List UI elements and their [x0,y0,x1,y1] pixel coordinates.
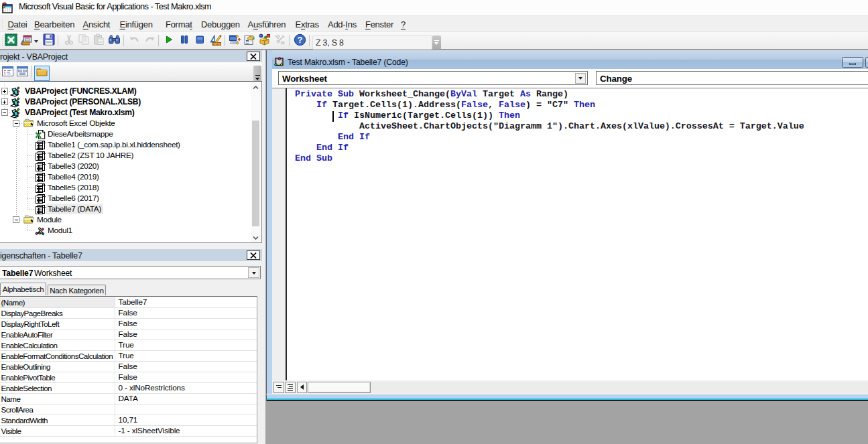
property-row-displayrighttoleft[interactable]: DisplayRightToLeftFalse [0,319,257,329]
property-row-name[interactable]: (Name)Tabelle7 [0,297,257,308]
property-row-enablepivottable[interactable]: EnablePivotTableFalse [0,372,257,383]
property-row-name[interactable]: NameDATA [0,394,257,404]
property-value[interactable]: True [116,340,257,350]
paste-button[interactable] [92,34,105,48]
save-button[interactable] [42,34,56,48]
project-panel-close-button[interactable] [247,52,260,61]
tree-item-label[interactable]: Module [37,214,62,225]
menu-einfgen[interactable]: Einfügen [120,16,153,32]
property-value[interactable] [116,404,257,415]
property-row-visible[interactable]: Visible-1 - xlSheetVisible [0,426,257,437]
undo-button[interactable] [127,34,141,48]
tree-item-label[interactable]: Microsoft Excel Objekte [37,118,115,129]
menu-?[interactable]: ? [401,16,406,32]
menu-debuggen[interactable]: Debuggen [201,16,240,32]
code-window-titlebar[interactable]: Test Makro.xlsm - Tabelle7 (Code) [266,50,868,69]
tree-item-label[interactable]: Tabelle7 (DATA) [46,204,103,214]
design-mode-button[interactable] [208,34,222,48]
tree-item-tabelle4-2019[interactable]: Tabelle4 (2019) [0,171,261,182]
view-object-button[interactable] [17,67,28,78]
property-row-enableselection[interactable]: EnableSelection0 - xlNoRestrictions [0,383,257,394]
property-name[interactable]: Visible [0,426,115,436]
property-name[interactable]: EnableFormatConditionsCalculation [0,351,115,361]
property-row-enableoutlining[interactable]: EnableOutliningFalse [0,362,257,372]
tree-item-tabelle7-data[interactable]: Tabelle7 (DATA) [0,204,261,214]
reset-button[interactable] [193,34,206,48]
properties-window-button[interactable] [243,34,256,48]
code-window-restore-button[interactable] [865,57,868,68]
properties-panel-close-button[interactable] [247,250,260,260]
menubar-grip[interactable] [2,19,4,29]
property-value[interactable]: Tabelle7 [116,297,257,307]
property-name[interactable]: EnablePivotTable [0,372,115,382]
insert-userform-dropdown[interactable] [32,34,40,48]
menu-extras[interactable]: Extras [296,16,319,32]
tree-item-tabelle1-com-sap-ip-bi-xl-hiddensheet[interactable]: Tabelle1 (_com.sap.ip.bi.xl.hiddensheet) [0,139,261,150]
tree-item-module[interactable]: Module [0,214,261,225]
find-button[interactable] [107,34,121,48]
tree-item-vbaproject-personal-xlsb[interactable]: VBAProject (PERSONAL.XLSB) [0,96,261,107]
property-name[interactable]: (Name) [0,297,115,307]
tree-item-tabelle5-2018[interactable]: Tabelle5 (2018) [0,182,261,193]
tree-item-label[interactable]: VBAProject (FUNCRES.XLAM) [25,86,137,96]
scroll-left-button[interactable] [297,382,307,394]
property-row-standardwidth[interactable]: StandardWidth10,71 [0,415,257,426]
collapse-icon[interactable] [13,120,19,127]
tree-item-modul1[interactable]: Modul1 [0,225,261,236]
project-explorer-button[interactable] [228,34,241,48]
property-row-enableautofilter[interactable]: EnableAutoFilterFalse [0,329,257,340]
property-value[interactable]: 0 - xlNoRestrictions [116,383,257,393]
property-value[interactable]: False [116,319,257,329]
object-selector-combo[interactable]: Tabelle7 Worksheet [0,266,261,279]
menu-bearbeiten[interactable]: Bearbeiten [34,16,74,32]
insert-userform-button[interactable] [19,34,32,48]
redo-button[interactable] [143,34,156,48]
object-combo-dropdown-icon[interactable] [575,73,586,84]
property-name[interactable]: DisplayRightToLeft [0,319,115,329]
tree-item-label[interactable]: Tabelle1 (_com.sap.ip.bi.xl.hiddensheet) [48,139,180,150]
procedure-combo[interactable]: Change [596,71,868,85]
expand-icon[interactable] [1,88,8,94]
property-row-displaypagebreaks[interactable]: DisplayPageBreaksFalse [0,308,257,319]
tree-item-vbaproject-test-makro-xlsm[interactable]: VBAProject (Test Makro.xlsm) [0,107,261,118]
toolbox-button[interactable] [273,34,287,48]
tree-item-label[interactable]: Tabelle5 (2018) [48,182,99,193]
horizontal-scrollbar[interactable] [297,382,868,394]
menu-ausfhren[interactable]: Ausführen [248,16,286,32]
tree-item-label[interactable]: Tabelle6 (2017) [48,193,99,204]
tree-item-tabelle3-2020[interactable]: Tabelle3 (2020) [0,161,261,171]
expand-icon[interactable] [1,98,8,105]
tree-item-diesearbeitsmappe[interactable]: DieseArbeitsmappe [0,129,261,139]
property-name[interactable]: EnableSelection [0,383,115,393]
tree-item-label[interactable]: VBAProject (PERSONAL.XLSB) [25,96,141,107]
code-text[interactable]: Private Sub Worksheet_Change(ByVal Targe… [295,89,804,164]
tab-alphabetisch[interactable]: Alphabetisch [0,283,46,295]
property-name[interactable]: ScrollArea [0,404,115,415]
object-browser-button[interactable] [257,34,271,48]
procedure-view-button[interactable] [273,382,284,394]
break-button[interactable] [178,34,191,48]
tab-nach-kategorien[interactable]: Nach Kategorien [48,285,106,295]
full-module-view-button[interactable] [285,382,296,394]
property-value[interactable]: False [116,308,257,318]
code-window-minimize-button[interactable] [842,57,863,68]
property-value[interactable]: DATA [116,394,257,404]
menu-addins[interactable]: Add-Ins [328,16,357,32]
project-toolbar-options-button[interactable] [253,66,261,82]
property-name[interactable]: EnableOutlining [0,362,115,372]
tree-item-microsoft-excel-objekte[interactable]: Microsoft Excel Objekte [0,118,261,129]
property-value[interactable]: 10,71 [116,415,257,425]
properties-panel-titlebar[interactable]: Eigenschaften - Tabelle7 [0,249,262,261]
copy-button[interactable] [77,34,90,48]
tree-item-label[interactable]: VBAProject (Test Makro.xlsm) [25,107,134,118]
property-value[interactable]: False [116,329,257,340]
menu-format[interactable]: Format [166,16,192,32]
excel-button[interactable] [4,34,17,48]
tree-item-tabelle6-2017[interactable]: Tabelle6 (2017) [0,193,261,204]
tree-item-label[interactable]: Tabelle4 (2019) [48,171,99,182]
toggle-folders-button[interactable] [34,66,50,81]
tree-item-label[interactable]: Modul1 [48,225,72,236]
property-value[interactable]: False [116,362,257,372]
property-row-enableformatconditionscalculation[interactable]: EnableFormatConditionsCalculationTrue [0,351,257,362]
property-value[interactable]: False [116,372,257,382]
